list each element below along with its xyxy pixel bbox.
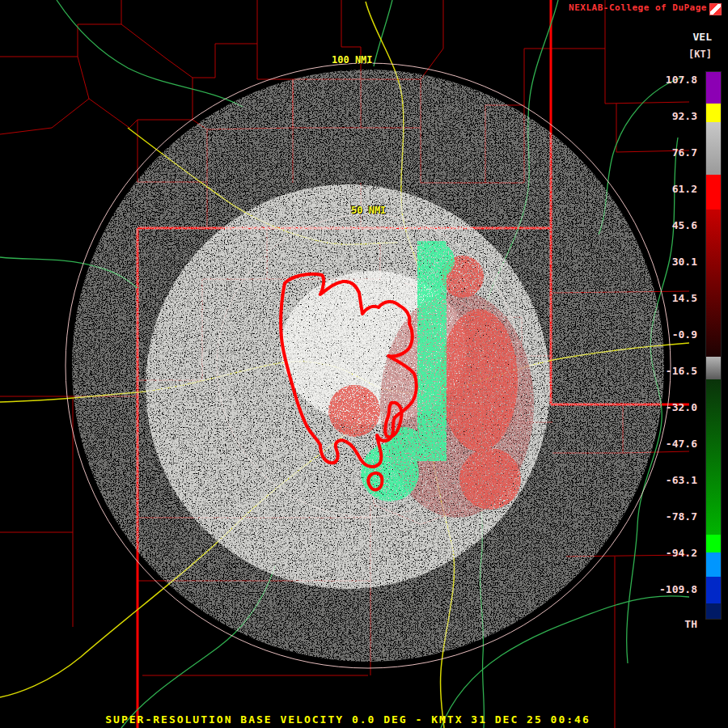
- radar-map-canvas: [0, 0, 728, 728]
- scale-value: -47.6: [644, 438, 697, 450]
- scale-value: 76.7: [644, 146, 697, 159]
- scale-value: -32.0: [644, 401, 697, 413]
- scale-value: 61.2: [644, 183, 697, 195]
- scale-value: 14.5: [644, 292, 697, 304]
- scale-value: -0.9: [644, 328, 697, 341]
- radar-display: NEXLAB-College of DuPage VEL [KT] 107.8 …: [0, 0, 728, 728]
- site-title: NEXLAB-College of DuPage: [569, 2, 707, 13]
- product-caption: SUPER-RESOLUTION BASE VELOCITY 0.0 DEG -…: [0, 713, 696, 726]
- ring-label-50nmi: 50 NMI: [351, 205, 386, 216]
- scale-value: 107.8: [644, 74, 697, 86]
- ring-label-100nmi: 100 NMI: [332, 54, 373, 66]
- scale-value: -78.7: [644, 510, 697, 523]
- velocity-colorbar: [705, 71, 722, 620]
- scale-value: -63.1: [644, 474, 697, 486]
- scale-value: -109.8: [644, 583, 697, 595]
- scale-unit-label: VEL: [668, 31, 712, 43]
- scale-value: 92.3: [644, 110, 697, 122]
- scale-value: 45.6: [644, 219, 697, 231]
- scale-value: 30.1: [644, 256, 697, 268]
- scale-value: -94.2: [644, 547, 697, 559]
- scale-threshold-label: TH: [644, 618, 697, 630]
- scale-unit-bracket: [KT]: [668, 49, 712, 60]
- cod-logo-icon: [709, 3, 722, 15]
- scale-value: -16.5: [644, 365, 697, 377]
